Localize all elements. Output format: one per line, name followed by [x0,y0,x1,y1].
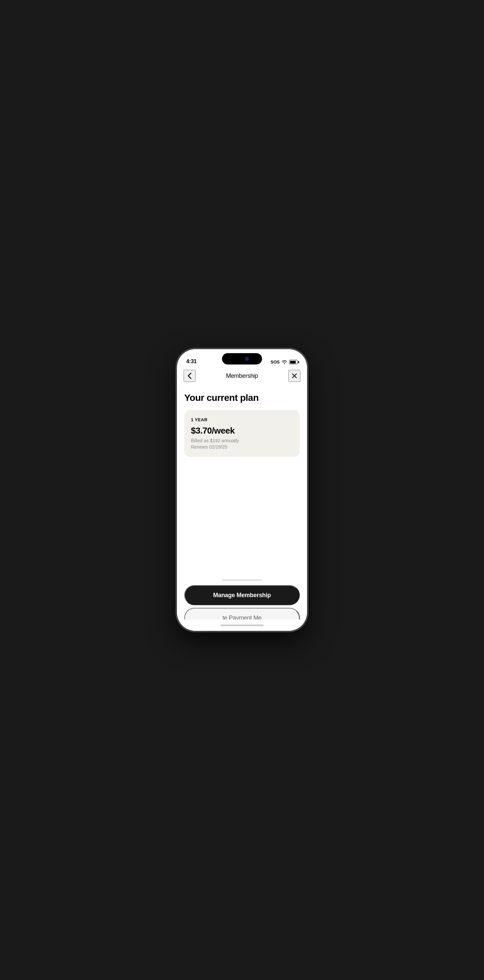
manage-btn-label: Manage Membership [213,592,271,599]
scroll-bar [222,579,262,581]
close-button[interactable] [288,370,301,382]
plan-billed: Billed as $192 annually [191,438,293,443]
nav-header: Membership [177,367,307,385]
back-button[interactable] [183,370,196,382]
plan-price: $3.70/week [191,426,293,436]
sos-indicator: SOS [271,360,280,364]
status-bar: 4:31 SOS [177,349,307,367]
battery-icon [289,360,298,364]
page-title: Your current plan [184,393,300,403]
status-time: 4:31 [186,358,197,364]
secondary-btn-container: te Payment Me [184,608,300,619]
camera-icon [245,357,249,361]
main-content: Your current plan 1 YEAR $3.70/week Bill… [177,385,307,575]
page-title-nav: Membership [226,372,258,380]
plan-renews: Renews 02/19/25 [191,444,293,450]
home-indicator [177,619,307,631]
scroll-indicator [184,575,300,585]
phone-screen: 4:31 SOS [177,349,307,631]
plan-duration: 1 YEAR [191,417,293,422]
wifi-icon [282,360,287,364]
payment-method-button[interactable]: te Payment Me [184,608,300,619]
plan-card: 1 YEAR $3.70/week Billed as $192 annuall… [184,410,300,457]
home-bar [220,625,264,626]
phone-frame: 4:31 SOS [177,349,307,631]
payment-btn-label: te Payment Me [222,614,261,620]
status-icons: SOS [271,360,298,364]
manage-membership-button[interactable]: Manage Membership [184,585,300,605]
bottom-area: Manage Membership te Payment Me [177,575,307,619]
dynamic-island [222,353,262,364]
